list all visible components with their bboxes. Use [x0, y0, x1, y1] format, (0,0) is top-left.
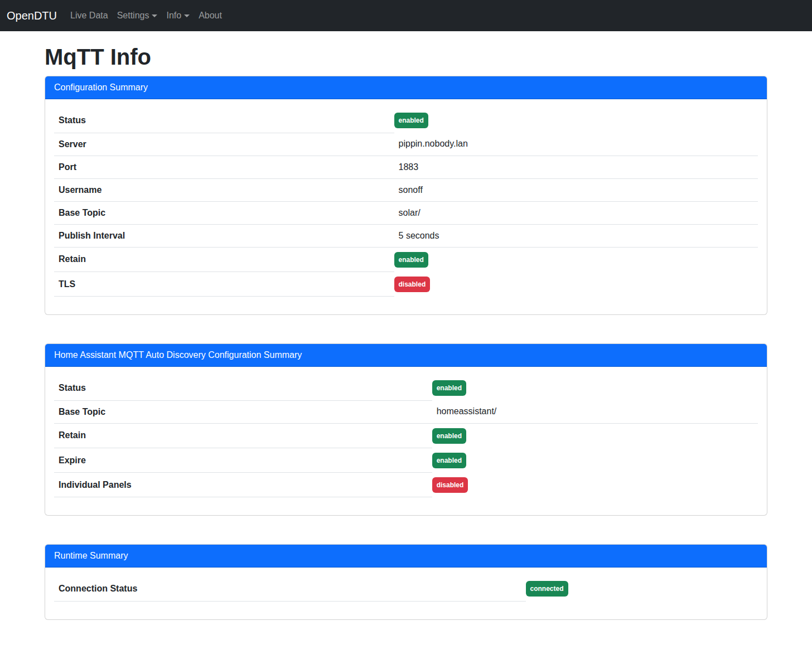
row-label: Status: [54, 108, 394, 133]
navbar-nav: Live DataSettingsInfoAbout: [66, 4, 226, 27]
card-body: StatusenabledServerpippin.nobody.lanPort…: [45, 99, 767, 314]
nav-link-about[interactable]: About: [194, 4, 226, 27]
chevron-down-icon: [152, 14, 157, 17]
status-badge: enabled: [432, 453, 466, 468]
chevron-down-icon: [184, 14, 190, 17]
row-value: 1883: [394, 156, 758, 178]
hass-discovery-summary-table: StatusenabledBase Topichomeassistant/Ret…: [54, 376, 758, 497]
nav-item-settings: Settings: [113, 4, 162, 27]
card-body: StatusenabledBase Topichomeassistant/Ret…: [45, 367, 767, 515]
row-label: Retain: [54, 247, 394, 272]
table-row: Statusenabled: [54, 108, 758, 133]
row-label: TLS: [54, 272, 394, 297]
card-header: Configuration Summary: [45, 76, 767, 99]
status-badge: enabled: [394, 113, 428, 128]
row-value: pippin.nobody.lan: [394, 133, 758, 156]
nav-link-info[interactable]: Info: [162, 4, 194, 27]
table-row: Publish Interval5 seconds: [54, 224, 758, 247]
row-label: Base Topic: [54, 400, 432, 423]
table-row: Retainenabled: [54, 247, 758, 272]
row-value: enabled: [432, 448, 758, 473]
table-row: Base Topicsolar/: [54, 201, 758, 224]
row-label: Expire: [54, 448, 432, 473]
row-label: Server: [54, 133, 394, 156]
row-value: disabled: [394, 272, 758, 297]
row-value: enabled: [394, 108, 758, 133]
table-row: TLSdisabled: [54, 272, 758, 297]
row-label: Port: [54, 156, 394, 178]
status-badge: enabled: [394, 252, 428, 268]
navbar-brand[interactable]: OpenDTU: [7, 7, 57, 24]
row-label: Username: [54, 178, 394, 201]
table-row: Expireenabled: [54, 448, 758, 473]
status-badge: disabled: [432, 477, 468, 493]
row-label: Publish Interval: [54, 224, 394, 247]
card-runtime-summary: Runtime Summary Connection Statusconnect…: [45, 544, 767, 620]
status-badge: connected: [526, 581, 568, 597]
status-badge: enabled: [432, 428, 466, 444]
status-badge: disabled: [394, 277, 431, 292]
row-value: connected: [526, 576, 758, 601]
table-row: Retainenabled: [54, 423, 758, 448]
table-row: Individual Panelsdisabled: [54, 473, 758, 497]
table-row: Port1883: [54, 156, 758, 178]
card-header: Home Assistant MQTT Auto Discovery Confi…: [45, 344, 767, 367]
row-label: Base Topic: [54, 201, 394, 224]
row-value: enabled: [432, 376, 758, 400]
row-label: Individual Panels: [54, 473, 432, 497]
row-value: sonoff: [394, 178, 758, 201]
runtime-summary-table: Connection Statusconnected: [54, 576, 758, 602]
card-configuration-summary: Configuration Summary StatusenabledServe…: [45, 76, 767, 315]
nav-item-info: Info: [162, 4, 194, 27]
nav-link-settings[interactable]: Settings: [113, 4, 162, 27]
card-hass-discovery-summary: Home Assistant MQTT Auto Discovery Confi…: [45, 343, 767, 516]
table-row: Connection Statusconnected: [54, 576, 758, 601]
row-value: 5 seconds: [394, 224, 758, 247]
table-row: Serverpippin.nobody.lan: [54, 133, 758, 156]
row-value: solar/: [394, 201, 758, 224]
card-header: Runtime Summary: [45, 545, 767, 568]
table-row: Statusenabled: [54, 376, 758, 400]
configuration-summary-table: StatusenabledServerpippin.nobody.lanPort…: [54, 108, 758, 297]
nav-link-live-data[interactable]: Live Data: [66, 4, 113, 27]
navbar: OpenDTU Live DataSettingsInfoAbout: [0, 0, 812, 31]
row-value: disabled: [432, 473, 758, 497]
row-label: Status: [54, 376, 432, 400]
row-value: enabled: [394, 247, 758, 272]
status-badge: enabled: [432, 380, 466, 396]
page-container: MqTT Info Configuration Summary Statusen…: [38, 43, 774, 620]
table-row: Base Topichomeassistant/: [54, 400, 758, 423]
card-body: Connection Statusconnected: [45, 568, 767, 619]
nav-item-about: About: [194, 4, 226, 27]
row-label: Retain: [54, 423, 432, 448]
table-row: Usernamesonoff: [54, 178, 758, 201]
row-value: enabled: [432, 423, 758, 448]
row-value: homeassistant/: [432, 400, 758, 423]
nav-item-live-data: Live Data: [66, 4, 113, 27]
row-label: Connection Status: [54, 576, 526, 601]
page-title: MqTT Info: [45, 43, 767, 70]
